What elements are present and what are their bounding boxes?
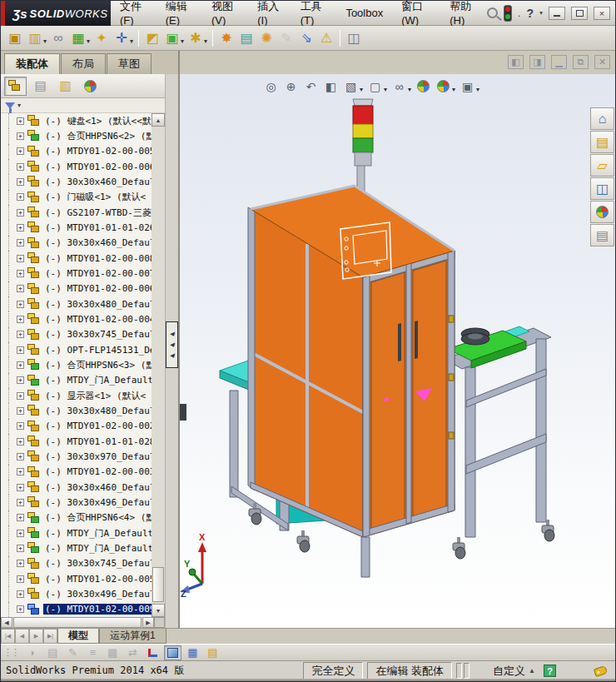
displaymanager-tab[interactable] [79,77,102,96]
tree-item[interactable]: +(-) 30x30x496_Defaul [1,586,152,601]
tree-item[interactable]: +(-) MTDY01-02-00-005 [1,571,152,586]
tab-nav-button[interactable]: ◀ [15,629,29,644]
tab-草图[interactable]: 草图 [107,53,152,74]
dropdown-arrow-icon[interactable]: ▾ [408,86,411,93]
scroll-left-button[interactable]: ◀ [1,617,12,628]
tree-item[interactable]: +(-) MTDY01-02-00-002 [1,419,152,434]
tree-expander-icon[interactable]: + [17,376,24,384]
tab-nav-button[interactable]: ▶ [29,629,43,644]
tree-expander-icon[interactable]: + [17,605,24,613]
bill-of-materials-icon[interactable]: ▤ [236,28,256,48]
shaded-cube-icon[interactable] [164,645,181,660]
apply-scene-icon[interactable] [434,77,453,96]
notes-icon[interactable]: ▤ [204,645,221,660]
dropdown-arrow-icon[interactable]: ▾ [204,37,207,45]
section-view-icon[interactable]: ◧ [321,77,340,96]
design-library-icon[interactable]: ▤ [590,131,614,153]
view-palette-icon[interactable]: ◫ [590,177,614,200]
assembly-features-icon[interactable]: ▣ [162,28,182,48]
file-explorer-icon[interactable]: ▱ [590,154,614,177]
tree-expander-icon[interactable]: + [17,468,24,475]
tree-item[interactable]: +(-) 合页HHPSN6<4> (默 [1,510,152,525]
featuremanager-tab[interactable] [4,77,27,96]
hide-show-items-icon[interactable]: ∞ [390,77,409,96]
tree-expander-icon[interactable]: + [17,514,24,521]
dropdown-arrow-icon[interactable]: ▾ [384,86,387,93]
show-hidden-components-icon[interactable]: ◩ [142,28,162,48]
panel-collapse-handle[interactable]: ◀◀◀ [166,321,178,368]
child-minimize-icon[interactable]: ▁ [551,55,567,69]
tree-expander-icon[interactable]: + [17,392,24,400]
tree-expander-icon[interactable]: + [17,499,24,506]
tree-expander-icon[interactable]: + [17,239,24,246]
tree-expander-icon[interactable]: + [17,255,24,262]
minimize-button[interactable] [549,7,565,20]
tree-item[interactable]: +(-) 30x30x460_Defaul [1,174,152,189]
menu-item-视图(V)[interactable]: 视图(V) [202,1,248,25]
tree-item[interactable]: +(-) 30x30x460_Defaul [1,480,152,495]
tree-item[interactable]: +(-) MTDY_门A_Default [1,525,152,540]
help-caret-icon[interactable]: ▾ [539,9,543,17]
tree-expander-icon[interactable]: + [17,575,24,583]
child-restore-icon[interactable]: ⧉ [573,55,589,69]
tree-expander-icon[interactable]: + [17,560,24,567]
menu-item-工具(T)[interactable]: 工具(T) [291,1,337,25]
tree-item[interactable]: +(-) OPT-FLP145131_De [1,342,152,357]
propertymanager-tab[interactable]: ▤ [29,77,52,96]
search-icon[interactable] [487,7,498,18]
tree-expander-icon[interactable]: + [17,316,24,323]
tree-item[interactable]: +(-) 30x30x745_Defaul [1,327,152,342]
custom-properties-icon[interactable]: ▤ [590,224,614,246]
tree-expander-icon[interactable]: + [17,346,24,354]
menu-item-帮助(H)[interactable]: 帮助(H) [440,1,487,25]
move-component-icon[interactable]: ✛ [112,28,132,48]
tree-item[interactable]: +(-) 30x30x460_Defaul [1,236,152,251]
tab-布局[interactable]: 布局 [61,53,106,74]
scroll-down-button[interactable]: ▼ [152,604,165,617]
graphics-viewport[interactable]: ◎⊕↶◧▧▾▢▾∞▾▾▣▾ ⌂▤▱◫▤ X Y Z [180,74,616,628]
solidworks-resources-icon[interactable]: ⌂ [590,107,614,130]
appearances-scenes-icon[interactable] [590,201,614,223]
child-close-icon[interactable]: ✕ [594,55,610,69]
view-orientation-icon[interactable]: ▧ [341,77,360,96]
tree-expander-icon[interactable]: + [17,224,24,231]
mate-icon[interactable]: ∞ [48,28,68,48]
reference-geometry-icon[interactable]: ✱ [186,28,206,48]
display-style-icon[interactable]: ▢ [365,77,385,96]
view-settings-icon[interactable]: ▣ [458,77,477,96]
tree-item[interactable]: +(-) MTDY01-02-00-008 [1,251,152,266]
preset-caret-icon[interactable]: ▲ [529,667,535,675]
tree-item[interactable]: +(-) GS2107-WTBD-三菱 [1,205,152,220]
tree-expander-icon[interactable]: + [17,301,24,308]
zoom-area-icon[interactable]: ⊕ [281,77,301,96]
pane-right-icon[interactable]: ◨ [529,55,545,69]
tree-item[interactable]: +(-) 30x30x480_Defaul [1,296,152,311]
assembly-visualization-icon[interactable]: ◫ [344,28,364,48]
grid-table-icon[interactable]: ▦ [184,645,201,660]
tree-expander-icon[interactable]: + [17,438,24,446]
tree-item[interactable]: +(-) 30x30x496_Defaul [1,495,152,510]
help-menu-button[interactable]: ? [526,7,534,20]
tree-expander-icon[interactable]: + [17,132,24,140]
vscroll-thumb[interactable] [152,567,164,602]
tree-item[interactable]: +(-) 30x30x970_Defaul [1,449,152,464]
dropdown-arrow-icon[interactable]: ▾ [476,86,479,93]
tree-expander-icon[interactable]: + [17,285,24,292]
dropdown-arrow-icon[interactable]: ▾ [130,37,133,45]
tree-item[interactable]: +(-) 显示器<1> (默认< [1,388,152,403]
tree-item[interactable]: +(-) 门磁吸<1> (默认< [1,190,152,205]
filter-funnel-icon[interactable] [5,102,15,109]
tree-item[interactable]: +(-) MTDY01-02-00-009 [1,602,152,617]
zoom-fit-icon[interactable]: ◎ [261,77,281,96]
menu-item-窗口(W)[interactable]: 窗口(W) [392,1,440,25]
close-button[interactable]: × [594,7,610,20]
tab-nav-button[interactable]: |◀ [1,629,15,644]
scroll-up-button[interactable]: ▲ [152,113,165,127]
insert-component-icon[interactable]: ▣ [5,28,25,48]
tree-item[interactable]: +(-) 合页HHPSN6<3> (默 [1,357,152,372]
tree-expander-icon[interactable]: + [17,407,24,415]
toolbar-preset-field[interactable]: 自定义 [493,664,525,679]
toolbar-grip[interactable]: ⋮⋮ [3,647,18,658]
tree-expander-icon[interactable]: + [17,484,24,491]
dropdown-arrow-icon[interactable]: ▾ [452,86,455,93]
